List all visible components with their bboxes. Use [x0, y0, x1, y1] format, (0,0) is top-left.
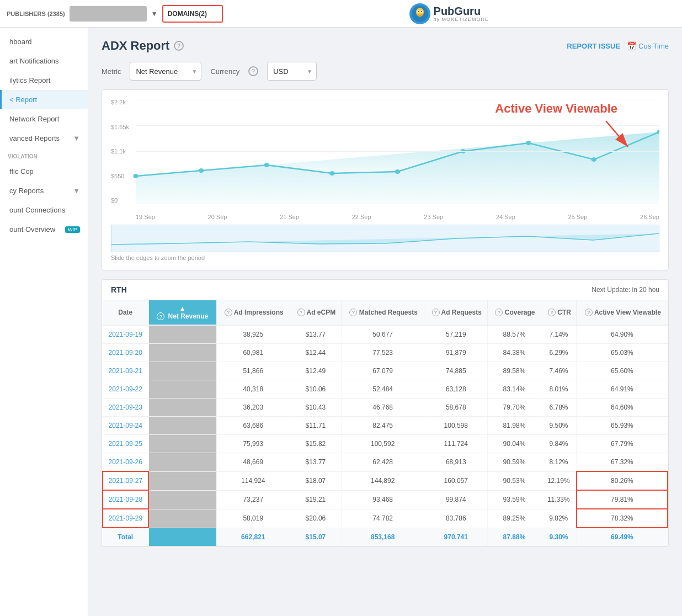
help-icon-ctr[interactable]: ? — [548, 309, 556, 316]
dropdown-arrow-icon: ▼ — [151, 10, 158, 18]
sidebar-item-dashboard[interactable]: hboard — [0, 32, 88, 51]
help-icon-active-view[interactable]: ? — [585, 309, 593, 316]
svg-point-4 — [418, 11, 419, 12]
sidebar-item-adx-report[interactable]: < Report — [0, 90, 88, 109]
cell-active-view-viewable: 67.32% — [577, 453, 668, 472]
page-title: ADX Report — [102, 39, 169, 53]
logo-name: PubGuru — [434, 6, 489, 17]
logo-mascot-icon — [409, 3, 430, 24]
logo-sub: by MONETIZEMORE — [434, 17, 489, 22]
sidebar-item-smart-notifications[interactable]: art Notifications — [0, 51, 88, 71]
cell-ad-requests: 63,128 — [424, 380, 488, 399]
chart-mini-hint: Slide the edges to zoom the period — [111, 254, 659, 261]
sidebar-item-network-report[interactable]: Network Report — [0, 109, 88, 129]
cell-ad-requests: 58,678 — [424, 399, 488, 417]
x-label-0: 19 Sep — [136, 214, 155, 220]
cell-coverage: 81.98% — [488, 417, 541, 435]
col-ad-requests: ? Ad Requests — [424, 300, 488, 325]
table-row: 2021-09-2336,203$10.4346,76858,67879.70%… — [103, 399, 668, 417]
cell-coverage: 83.14% — [488, 380, 541, 399]
currency-select-wrapper: USD — [267, 62, 317, 81]
metric-select[interactable]: Net Revenue — [130, 62, 201, 81]
col-net-revenue[interactable]: ▲ ? Net Revenue — [148, 300, 216, 325]
col-date: Date — [103, 300, 148, 325]
cell-matched-requests: 74,782 — [342, 509, 424, 528]
cell-coverage: 93.59% — [488, 490, 541, 509]
currency-select[interactable]: USD — [267, 62, 317, 81]
sidebar-item-count-connections[interactable]: ount Connections — [0, 200, 88, 220]
cell-net-revenue — [148, 344, 216, 362]
total-matched-requests: 853,168 — [342, 528, 424, 546]
rth-update: Next Update: in 20 hou — [592, 286, 659, 294]
cell-date: 2021-09-29 — [103, 509, 148, 528]
publishers-select[interactable] — [70, 6, 147, 22]
report-issue-button[interactable]: REPORT ISSUE — [567, 42, 620, 50]
chevron-down-icon: ▼ — [73, 134, 80, 142]
cell-coverage: 90.59% — [488, 453, 541, 472]
cell-matched-requests: 50,677 — [342, 325, 424, 344]
publishers-label: PUBLISHERS (2385) — [7, 10, 65, 17]
sidebar-item-cy-reports[interactable]: cy Reports ▼ — [0, 181, 88, 200]
chart-mini[interactable] — [111, 225, 659, 252]
grid-line-1 — [136, 125, 659, 126]
cell-net-revenue — [148, 325, 216, 344]
logo: PubGuru by MONETIZEMORE — [409, 3, 489, 24]
help-icon-ad-imp[interactable]: ? — [225, 309, 232, 316]
cell-ad-impressions: 63,686 — [216, 417, 290, 435]
table-row: 2021-09-2575,993$15.82100,592111,72490.0… — [103, 435, 668, 453]
help-icon[interactable]: ? — [174, 41, 184, 51]
cell-ad-requests: 111,724 — [424, 435, 488, 453]
cell-ctr: 9.84% — [541, 435, 577, 453]
grid-line-4 — [136, 204, 659, 204]
sidebar-item-analytics-report[interactable]: ilytics Report — [0, 71, 88, 90]
cell-ctr: 11.33% — [541, 490, 577, 509]
cell-matched-requests: 62,428 — [342, 453, 424, 472]
table-row: 2021-09-2240,318$10.0652,48463,12883.14%… — [103, 380, 668, 399]
chevron-down-icon-2: ▼ — [73, 187, 80, 195]
report-header-right: REPORT ISSUE 📅 Cus Time — [567, 41, 669, 50]
sidebar-item-advanced-reports[interactable]: vanced Reports ▼ — [0, 129, 88, 148]
table-container: Date ▲ ? Net Revenue ? Ad Impressions — [102, 300, 668, 546]
cell-date: 2021-09-28 — [103, 490, 148, 509]
cell-matched-requests: 93,468 — [342, 490, 424, 509]
total-coverage: 87.88% — [488, 528, 541, 546]
cell-matched-requests: 52,484 — [342, 380, 424, 399]
cell-active-view-viewable: 64.60% — [577, 399, 668, 417]
cell-ctr: 12.19% — [541, 471, 577, 490]
help-icon-ad-req[interactable]: ? — [432, 309, 440, 316]
grid-line-0 — [136, 99, 659, 99]
cell-ad-impressions: 51,866 — [216, 362, 290, 380]
active-view-annotation: Active View Viewable — [495, 102, 617, 116]
domains-select[interactable]: DOMAINS(2) — [162, 5, 223, 23]
x-label-3: 22 Sep — [352, 214, 371, 220]
col-ctr: ? CTR — [541, 300, 577, 325]
sidebar-item-count-overview[interactable]: ount Overview WIP — [0, 220, 88, 239]
help-icon-matched[interactable]: ? — [349, 309, 357, 316]
table-row: 2021-09-2873,237$19.2193,46899,87493.59%… — [103, 490, 668, 509]
sidebar-item-traffic-cop[interactable]: ffic Cop — [0, 162, 88, 181]
table-body: 2021-09-1938,925$13.7750,67757,21988.57%… — [103, 325, 668, 528]
cell-ad-requests: 100,598 — [424, 417, 488, 435]
col-ad-impressions: ? Ad Impressions — [216, 300, 290, 325]
total-ad-impressions: 662,821 — [216, 528, 290, 546]
cell-coverage: 90.53% — [488, 471, 541, 490]
currency-help-icon[interactable]: ? — [248, 66, 258, 76]
customize-button[interactable]: 📅 Cus Time — [627, 41, 669, 50]
cell-coverage: 89.25% — [488, 509, 541, 528]
cell-ad-ecpm: $19.21 — [290, 490, 342, 509]
cell-matched-requests: 82,475 — [342, 417, 424, 435]
cell-net-revenue — [148, 435, 216, 453]
cell-active-view-viewable: 65.03% — [577, 344, 668, 362]
table-total-row: Total 662,821 $15.07 853,168 970,741 87.… — [103, 528, 668, 546]
x-label-5: 24 Sep — [496, 214, 515, 220]
help-icon-coverage[interactable]: ? — [495, 309, 503, 316]
cell-net-revenue — [148, 453, 216, 472]
main-content: ADX Report ? REPORT ISSUE 📅 Cus Time Met… — [88, 28, 682, 616]
help-icon-ad-ecpm[interactable]: ? — [297, 309, 305, 316]
cell-active-view-viewable: 65.60% — [577, 362, 668, 380]
cell-net-revenue — [148, 399, 216, 417]
y-label-4: $0 — [111, 197, 133, 204]
cell-ad-ecpm: $10.43 — [290, 399, 342, 417]
col-ad-ecpm: ? Ad eCPM — [290, 300, 342, 325]
help-icon-net-rev: ? — [157, 312, 164, 320]
